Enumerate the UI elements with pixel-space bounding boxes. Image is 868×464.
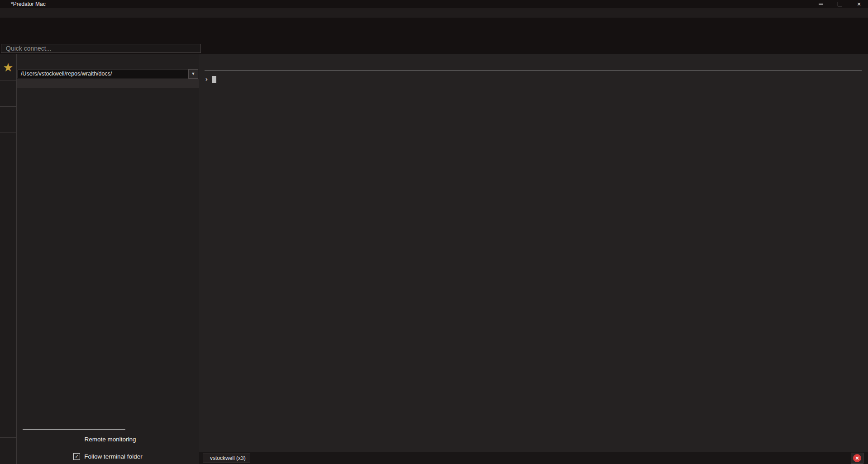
terminal-prompt-line[interactable]: › (205, 75, 862, 83)
path-row: /Users/vstockwell/repos/wraith/docs/ ▼ (17, 69, 199, 79)
maximize-button[interactable] (837, 1, 843, 7)
file-toolbar (17, 54, 199, 69)
connect-tab-row (0, 43, 868, 54)
star-icon: ★ (3, 62, 13, 73)
window-title: *Predator Mac (11, 1, 46, 7)
remote-monitoring-button[interactable]: Remote monitoring (17, 430, 199, 449)
terminal-output: › (199, 54, 868, 452)
close-session-icon: ✕ (853, 454, 861, 462)
close-button[interactable]: ✕ (856, 1, 862, 7)
quick-connect-input[interactable] (1, 44, 201, 53)
prompt-glyph: › (205, 76, 208, 83)
globe-icon[interactable] (2, 150, 14, 163)
follow-terminal-folder-toggle[interactable]: ✓ Follow terminal folder (17, 449, 199, 464)
sessions-panel-tab[interactable]: ★ (0, 54, 16, 80)
path-field[interactable]: /Users/vstockwell/repos/wraith/docs/ (18, 70, 188, 78)
follow-label: Follow terminal folder (84, 453, 142, 460)
close-session-button[interactable]: ✕ (851, 453, 863, 464)
menu-bar (0, 8, 868, 18)
tools-panel-tab[interactable] (0, 80, 16, 107)
mobaxterm-window: *Predator Mac ✕ ★ /Use (0, 0, 868, 464)
path-dropdown-button[interactable]: ▼ (188, 69, 198, 79)
macros-panel-tab[interactable] (0, 107, 16, 133)
session-tab-label: vstockwell (x3) (210, 455, 246, 461)
main-toolbar (0, 18, 868, 43)
strip-bottom-cell (0, 437, 16, 464)
terminal-input-area[interactable]: › (205, 71, 862, 83)
status-bar: vstockwell (x3) ✕ (199, 452, 868, 464)
terminal-cursor (212, 76, 216, 83)
follow-checkbox[interactable]: ✓ (73, 453, 80, 460)
sidebar-panel-strip: ★ (0, 54, 17, 464)
paperclip-icon[interactable] (857, 43, 865, 53)
session-tab[interactable]: vstockwell (x3) (203, 454, 250, 463)
file-table-header (17, 79, 199, 88)
app-logo-icon (2, 1, 8, 7)
window-titlebar: *Predator Mac ✕ (0, 0, 868, 8)
file-browser-sidebar: ★ /Users/vstockwell/repos/wraith/docs/ ▼ (0, 54, 199, 464)
minimize-button[interactable] (818, 1, 824, 7)
remote-monitoring-label: Remote monitoring (84, 436, 136, 443)
